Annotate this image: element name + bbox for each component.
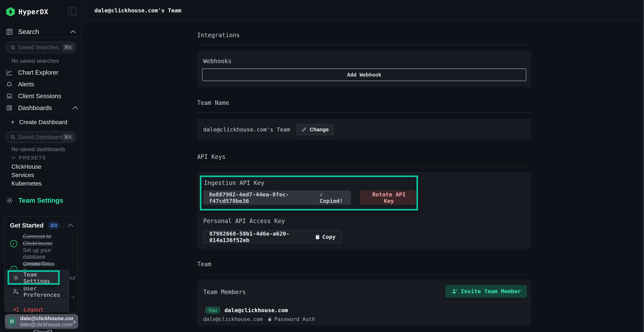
search-section-label: Search [18, 28, 70, 36]
you-badge: You [205, 306, 220, 314]
scrollbar[interactable] [643, 0, 644, 332]
clipped-bottom-text: Cloud? [33, 329, 52, 332]
saved-searches-input[interactable]: ⌘K [6, 42, 76, 53]
chevron-up-icon[interactable] [70, 30, 76, 34]
copy-button[interactable]: Copy [315, 234, 336, 240]
rotate-api-key-button[interactable]: Rotate API Key [360, 190, 418, 205]
menu-item-team-settings[interactable]: Team Settings [10, 272, 58, 283]
menu-item-user-preferences[interactable]: User Preferences [13, 286, 69, 296]
search-icon [10, 134, 16, 140]
search-icon [10, 45, 16, 50]
logout-icon [13, 306, 19, 313]
chevron-up-icon[interactable] [72, 106, 78, 110]
no-saved-searches-note: No saved searches [12, 58, 59, 64]
user-chip-name: dale@clickhouse.com [20, 315, 73, 322]
personal-api-key-label: Personal API Access Key [203, 218, 285, 224]
sidebar-item-chart-explorer[interactable]: Chart Explorer [6, 68, 78, 78]
api-keys-card: Ingestion API Key 8e887902-4ed7-44ea-8fe… [197, 172, 531, 249]
sidebar-item-label: Alerts [18, 81, 78, 88]
bell-icon [6, 81, 13, 88]
plus-icon: + [11, 118, 14, 126]
divider [197, 302, 531, 302]
user-gear-icon [13, 288, 19, 295]
avatar: D [7, 316, 16, 326]
ingestion-api-key-chip[interactable]: 8e887902-4ed7-44ea-8fec-f47cd578be36 ✓ C… [203, 190, 351, 205]
preset-kubernetes[interactable]: Kubernetes [12, 180, 42, 187]
sidebar-item-label: Chart Explorer [18, 69, 78, 76]
webhooks-card: Webhooks Add Webhook [197, 50, 531, 87]
team-section-title: Team [197, 261, 211, 268]
menu-item-logout[interactable]: Logout [13, 304, 44, 314]
divider [0, 113, 82, 114]
ingestion-api-key-value: 8e887902-4ed7-44ea-8fec-f47cd578be36 [209, 191, 312, 204]
team-name-value: dale@clickhouse.com's Team [203, 126, 290, 133]
member-email: dale@clickhouse.com [203, 316, 262, 322]
dashboards-icon [6, 104, 13, 111]
presets-toggle[interactable]: PRESETS [11, 155, 46, 161]
preset-clickhouse[interactable]: ClickHouse [12, 163, 41, 170]
team-name-card: dale@clickhouse.com's Team Change [197, 118, 531, 140]
integrations-section-title: Integrations [197, 32, 240, 39]
cmd-k-shortcut: ⌘K [62, 44, 74, 51]
chevron-down-icon [11, 156, 16, 160]
divider [197, 274, 530, 275]
chevron-right-icon: › [73, 318, 76, 326]
get-started-progress-badge: 2/3 [48, 222, 60, 229]
clipboard-icon [315, 234, 320, 240]
add-webhook-button[interactable]: Add Webhook [202, 68, 526, 81]
invite-team-member-button[interactable]: Invite Team Member [446, 285, 527, 298]
brand-name: HyperDX [18, 8, 48, 16]
sidebar-item-client-sessions[interactable]: Client Sessions [6, 91, 78, 101]
team-settings-label: Team Settings [18, 197, 63, 204]
app-root: HyperDX Search ⌘K No saved searches [0, 0, 644, 332]
cmd-k-shortcut: ⌘K [62, 133, 74, 141]
sidebar: HyperDX Search ⌘K No saved searches [0, 0, 82, 332]
sidebar-section-search[interactable]: Search [6, 27, 76, 36]
webhooks-label: Webhooks [203, 58, 232, 64]
sidebar-item-alerts[interactable]: Alerts [6, 79, 78, 89]
chevron-up-icon[interactable] [68, 224, 74, 227]
personal-api-key-chip[interactable]: 87982668-58b1-4d6e-a620-014a136f52eb Cop… [203, 230, 342, 243]
user-plus-icon [452, 288, 458, 294]
team-members-label: Team Members [203, 288, 246, 296]
search-section-icon [6, 28, 13, 36]
sidebar-item-label: Client Sessions [18, 92, 78, 100]
copied-indicator: ✓ Copied! [320, 191, 345, 204]
create-dashboard-button[interactable]: + Create Dashboard [11, 117, 78, 127]
sidebar-collapse-icon[interactable] [68, 8, 76, 16]
saved-searches-field[interactable] [18, 44, 62, 50]
sidebar-item-team-settings[interactable]: Team Settings [6, 197, 63, 204]
presets-label: PRESETS [19, 155, 46, 161]
member-name: dale@clickhouse.com [224, 307, 288, 314]
pencil-icon [302, 127, 307, 132]
api-keys-section-title: API Keys [197, 153, 226, 160]
chart-explorer-icon [6, 69, 13, 76]
user-chip-subtitle: dale@clickhouse.com's [20, 322, 73, 328]
page-title: dale@clickhouse.com's Team [94, 7, 181, 14]
sidebar-item-dashboards[interactable]: Dashboards [6, 103, 78, 113]
arrow-right-icon: → [69, 292, 76, 300]
user-popup-menu: Team Settings User Preferences Logout [5, 270, 69, 312]
divider [197, 112, 530, 113]
saved-dashboards-field[interactable] [18, 134, 62, 140]
main-header: dale@clickhouse.com's Team [83, 0, 644, 21]
preset-services[interactable]: Services [12, 172, 34, 178]
hyperdx-logo-icon [6, 7, 15, 17]
divider [0, 37, 82, 38]
gear-icon [6, 197, 14, 204]
team-members-card: Team Members Invite Team Member You dale… [197, 280, 531, 326]
lock-icon [268, 316, 272, 322]
no-saved-dashboards-note: No saved dashboards [12, 146, 66, 152]
laptop-icon [6, 93, 13, 100]
auth-method: Password Auth [274, 316, 315, 322]
change-team-name-button[interactable]: Change [296, 124, 334, 135]
personal-api-key-value: 87982668-58b1-4d6e-a620-014a136f52eb [209, 230, 308, 243]
sidebar-item-label: Dashboards [18, 104, 72, 112]
saved-dashboards-input[interactable]: ⌘K [6, 132, 76, 143]
divider [197, 44, 530, 45]
divider [197, 166, 530, 166]
menu-divider [7, 301, 67, 302]
ingestion-api-key-label: Ingestion API Key [204, 180, 264, 186]
team-name-section-title: Team Name [197, 99, 229, 106]
user-account-chip[interactable]: D dale@clickhouse.com dale@clickhouse.co… [5, 314, 78, 329]
